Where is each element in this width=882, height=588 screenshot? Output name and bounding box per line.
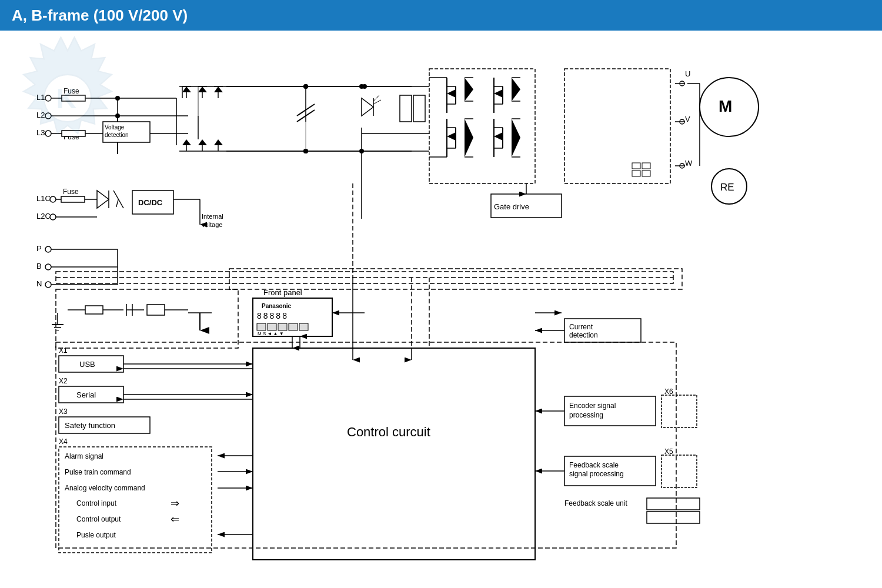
svg-marker-143 (362, 98, 373, 116)
pulse-train-label: Pulse train command (65, 468, 131, 476)
svg-rect-157 (289, 323, 298, 330)
encoder-label2: processing (569, 411, 603, 419)
svg-rect-180 (662, 395, 697, 427)
svg-rect-132 (642, 171, 650, 176)
l1c-label: L1C (36, 194, 51, 203)
alarm-signal-label: Alarm signal (65, 452, 103, 460)
control-circuit-label: Control curcuit (347, 425, 430, 439)
svg-text:K: K (56, 82, 76, 114)
feedback-scale-unit-label: Feedback scale unit (564, 499, 627, 507)
svg-point-136 (359, 84, 364, 89)
feedback-scale-label2: signal processing (569, 470, 624, 478)
current-detection-label: Current (569, 323, 593, 331)
svg-marker-52 (97, 191, 109, 208)
svg-rect-71 (85, 306, 103, 314)
svg-rect-147 (400, 95, 412, 122)
svg-rect-155 (268, 323, 276, 330)
svg-rect-156 (278, 323, 287, 330)
svg-rect-160 (253, 348, 535, 560)
serial-label: Serial (76, 390, 96, 399)
control-output-label: Control output (76, 515, 121, 523)
svg-rect-158 (299, 323, 308, 330)
pulse-output-label: Pusle output (76, 531, 116, 539)
b-label: B (36, 262, 42, 270)
svg-point-49 (50, 214, 56, 220)
x5-label: X5 (664, 447, 673, 456)
control-input-arrow: ⇒ (171, 497, 179, 509)
x4-label: X4 (59, 437, 68, 446)
analog-velocity-label: Analog velocity command (65, 484, 145, 492)
internal-voltage-label: Internal (202, 213, 223, 220)
motor-m-label: M (719, 97, 732, 115)
feedback-scale-label: Feedback scale (569, 461, 619, 469)
diagram-area: L1 L2 L3 Fuse Fuse Voltage detection (0, 31, 882, 588)
encoder-label: Encoder signal (569, 402, 616, 410)
svg-point-62 (45, 282, 51, 288)
svg-marker-25 (198, 86, 207, 92)
svg-point-60 (45, 264, 51, 270)
x2-label: X2 (59, 377, 68, 385)
svg-marker-35 (214, 139, 223, 145)
svg-rect-65 (56, 289, 238, 348)
u-label: U (685, 69, 690, 78)
svg-point-58 (45, 246, 51, 252)
svg-rect-186 (647, 512, 700, 523)
header: A, B-frame (100 V/200 V) (0, 0, 882, 31)
gate-drive-label: Gate drive (494, 202, 529, 211)
l2c-label: L2C (36, 212, 51, 220)
svg-line-146 (373, 100, 381, 104)
x6-label: X6 (664, 387, 673, 396)
svg-marker-22 (182, 86, 191, 92)
fuse-l1c-label: Fuse (63, 188, 79, 196)
svg-marker-33 (198, 139, 207, 145)
button-labels: M S ◄ ▲ ▼ (258, 331, 284, 336)
safety-function-label: Safety function (65, 421, 115, 430)
svg-rect-185 (647, 498, 700, 510)
svg-rect-80 (429, 69, 535, 183)
v-label: V (685, 115, 690, 123)
current-detection-label2: detection (569, 331, 598, 339)
svg-rect-183 (662, 455, 697, 487)
svg-rect-129 (632, 163, 640, 169)
svg-rect-154 (257, 323, 266, 330)
svg-point-47 (50, 196, 56, 202)
svg-rect-148 (413, 95, 425, 122)
svg-line-145 (373, 95, 379, 101)
panasonic-label: Panasonic (262, 303, 291, 309)
usb-label: USB (79, 360, 95, 369)
re-label: RE (720, 182, 734, 193)
w-label: W (685, 159, 693, 168)
p-label: P (36, 244, 42, 253)
internal-voltage-label2: voltage (202, 221, 222, 228)
control-input-label: Control input (76, 499, 117, 507)
watermark-gear: K (0, 31, 135, 166)
control-output-arrow: ⇐ (171, 513, 179, 525)
x1-label: X1 (59, 346, 68, 355)
page-title: A, B-frame (100 V/200 V) (12, 6, 188, 25)
svg-rect-117 (564, 69, 670, 183)
svg-rect-76 (147, 305, 165, 315)
svg-rect-51 (61, 196, 85, 202)
svg-marker-31 (182, 139, 191, 145)
svg-rect-131 (642, 163, 650, 169)
dcdc-label: DC/DC (138, 198, 163, 207)
x3-label: X3 (59, 407, 68, 416)
n-label: N (36, 279, 42, 288)
svg-marker-28 (214, 86, 223, 92)
svg-rect-130 (632, 171, 640, 176)
display-segments: 88888 (257, 311, 289, 320)
